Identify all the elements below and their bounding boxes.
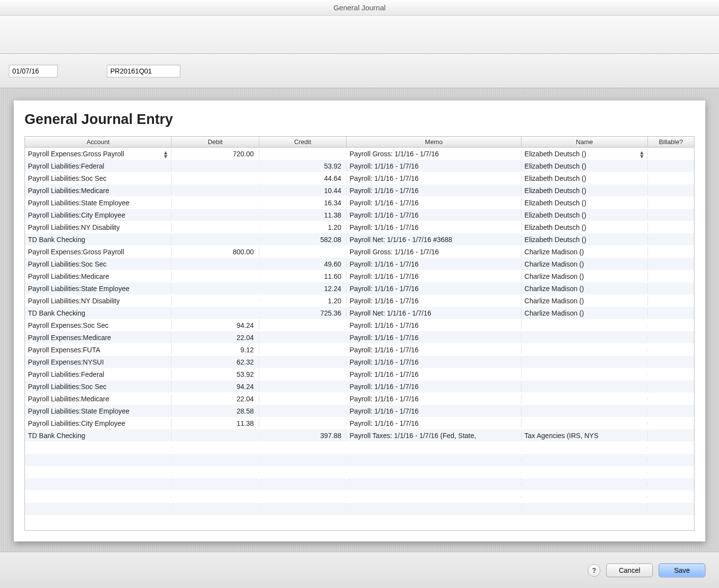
cell-credit[interactable]	[259, 386, 347, 388]
cell-billable[interactable]	[648, 410, 694, 412]
cell-credit[interactable]	[259, 153, 347, 155]
cell-memo[interactable]: Payroll: 1/1/16 - 1/7/16	[347, 222, 521, 232]
cell-memo[interactable]: Payroll: 1/1/16 - 1/7/16	[347, 296, 521, 306]
cell-debit[interactable]	[172, 288, 259, 290]
cell-memo[interactable]: Payroll Net: 1/1/16 - 1/7/16	[347, 308, 521, 318]
cell-memo[interactable]: Payroll: 1/1/16 - 1/7/16	[347, 320, 521, 330]
cell-billable[interactable]	[648, 435, 694, 437]
cell-billable[interactable]	[648, 165, 694, 167]
table-row[interactable]	[25, 478, 694, 490]
cell-account[interactable]: TD Bank Checking	[25, 308, 172, 318]
cell-account[interactable]: TD Bank Checking	[25, 431, 172, 441]
table-row[interactable]: Payroll Expenses:Soc Sec94.24Payroll: 1/…	[25, 319, 694, 331]
cell-billable[interactable]	[648, 484, 694, 486]
cell-name[interactable]: Elizabeth Deutsch ()▲▼	[521, 149, 648, 159]
cell-memo[interactable]: Payroll: 1/1/16 - 1/7/16	[347, 284, 521, 294]
col-header-name[interactable]: Name	[521, 137, 648, 147]
cell-name[interactable]: Charlize Madison ()	[521, 271, 648, 281]
table-row[interactable]: Payroll Expenses:NYSUI62.32Payroll: 1/1/…	[25, 356, 694, 368]
cell-credit[interactable]: 582.08	[259, 235, 347, 245]
cell-credit[interactable]	[259, 447, 347, 449]
cell-billable[interactable]	[648, 190, 694, 192]
cell-billable[interactable]	[648, 239, 694, 241]
cell-account[interactable]: Payroll Liabilities:Soc Sec	[25, 382, 172, 392]
table-row[interactable]: TD Bank Checking397.88Payroll Taxes: 1/1…	[25, 429, 694, 441]
cell-credit[interactable]: 44.64	[259, 173, 347, 183]
cell-account[interactable]: Payroll Liabilities:NY Disability	[25, 296, 172, 306]
cell-memo[interactable]: Payroll: 1/1/16 - 1/7/16	[347, 271, 521, 281]
cell-name[interactable]: Charlize Madison ()	[521, 296, 648, 306]
cell-debit[interactable]	[172, 435, 259, 437]
table-row[interactable]: Payroll Liabilities:NY Disability1.20Pay…	[25, 294, 694, 307]
cell-memo[interactable]: Payroll: 1/1/16 - 1/7/16	[347, 333, 521, 343]
table-row[interactable]: Payroll Liabilities:Soc Sec94.24Payroll:…	[25, 380, 694, 392]
cancel-button[interactable]: Cancel	[606, 564, 653, 577]
cell-name[interactable]: Charlize Madison ()	[521, 247, 648, 257]
cell-account[interactable]: Payroll Expenses:FUTA	[25, 345, 172, 355]
cell-name[interactable]	[521, 398, 648, 400]
cell-account[interactable]: Payroll Liabilities:Soc Sec	[25, 259, 172, 269]
cell-name[interactable]	[521, 484, 648, 486]
table-row[interactable]: Payroll Liabilities:State Employee12.24P…	[25, 282, 694, 294]
date-field[interactable]	[9, 65, 58, 77]
reference-field[interactable]	[107, 65, 180, 77]
cell-debit[interactable]	[172, 239, 259, 241]
cell-name[interactable]	[521, 349, 648, 351]
cell-memo[interactable]: Payroll Taxes: 1/1/16 - 1/7/16 (Fed, Sta…	[347, 431, 521, 441]
cell-name[interactable]	[521, 459, 648, 461]
dropdown-stepper-icon[interactable]: ▲▼	[163, 150, 168, 158]
table-row[interactable]: Payroll Liabilities:Federal53.92Payroll:…	[25, 160, 694, 172]
cell-credit[interactable]: 10.44	[259, 186, 347, 196]
cell-credit[interactable]	[259, 361, 347, 363]
cell-memo[interactable]: Payroll: 1/1/16 - 1/7/16	[347, 186, 521, 196]
cell-account[interactable]	[25, 496, 172, 498]
cell-credit[interactable]	[259, 251, 347, 253]
cell-credit[interactable]	[259, 508, 347, 510]
cell-name[interactable]: Elizabeth Deutsch ()	[521, 186, 648, 196]
cell-credit[interactable]: 397.88	[259, 431, 347, 441]
cell-billable[interactable]	[648, 214, 694, 216]
table-row[interactable]	[25, 441, 694, 454]
cell-billable[interactable]	[648, 398, 694, 400]
cell-account[interactable]: Payroll Liabilities:City Employee	[25, 210, 172, 220]
cell-debit[interactable]: 800.00	[172, 247, 259, 257]
cell-memo[interactable]	[347, 471, 521, 473]
cell-name[interactable]: Elizabeth Deutsch ()	[521, 173, 648, 183]
cell-memo[interactable]: Payroll: 1/1/16 - 1/7/16	[347, 418, 521, 428]
cell-memo[interactable]: Payroll: 1/1/16 - 1/7/16	[347, 173, 521, 183]
cell-memo[interactable]: Payroll: 1/1/16 - 1/7/16	[347, 382, 521, 392]
cell-debit[interactable]: 94.24	[172, 320, 259, 330]
cell-debit[interactable]: 720.00	[172, 149, 259, 159]
table-row[interactable]: Payroll Liabilities:State Employee16.34P…	[25, 196, 694, 209]
cell-debit[interactable]	[172, 459, 259, 461]
cell-memo[interactable]: Payroll: 1/1/16 - 1/7/16	[347, 394, 521, 404]
cell-memo[interactable]: Payroll: 1/1/16 - 1/7/16	[347, 369, 521, 379]
table-row[interactable]: Payroll Liabilities:City Employee11.38Pa…	[25, 417, 694, 429]
table-row[interactable]: Payroll Liabilities:Medicare10.44Payroll…	[25, 184, 694, 196]
cell-account[interactable]: Payroll Expenses:Gross Payroll	[25, 247, 172, 257]
cell-memo[interactable]: Payroll: 1/1/16 - 1/7/16	[347, 357, 521, 367]
cell-credit[interactable]: 11.38	[259, 210, 347, 220]
table-row[interactable]	[25, 454, 694, 466]
help-button[interactable]: ?	[588, 564, 600, 577]
cell-debit[interactable]: 53.92	[172, 369, 259, 379]
cell-account[interactable]	[25, 484, 172, 486]
cell-name[interactable]	[521, 422, 648, 424]
cell-debit[interactable]	[172, 312, 259, 314]
cell-debit[interactable]	[172, 508, 259, 510]
table-row[interactable]: Payroll Expenses:Gross Payroll800.00Payr…	[25, 245, 694, 258]
cell-name[interactable]: Tax Agencies (IRS, NYS	[521, 431, 648, 441]
cell-billable[interactable]	[648, 275, 694, 277]
cell-name[interactable]: Elizabeth Deutsch ()	[521, 222, 648, 232]
table-row[interactable]: Payroll Liabilities:Medicare11.60Payroll…	[25, 270, 694, 282]
cell-memo[interactable]: Payroll: 1/1/16 - 1/7/16	[347, 259, 521, 269]
cell-credit[interactable]	[259, 471, 347, 473]
cell-billable[interactable]	[648, 349, 694, 351]
cell-memo[interactable]	[347, 484, 521, 486]
cell-credit[interactable]	[259, 349, 347, 351]
cell-memo[interactable]: Payroll Net: 1/1/16 - 1/7/16 #3688	[347, 235, 521, 245]
cell-billable[interactable]	[648, 202, 694, 204]
cell-billable[interactable]	[648, 459, 694, 461]
cell-account[interactable]	[25, 508, 172, 510]
cell-billable[interactable]	[648, 496, 694, 498]
